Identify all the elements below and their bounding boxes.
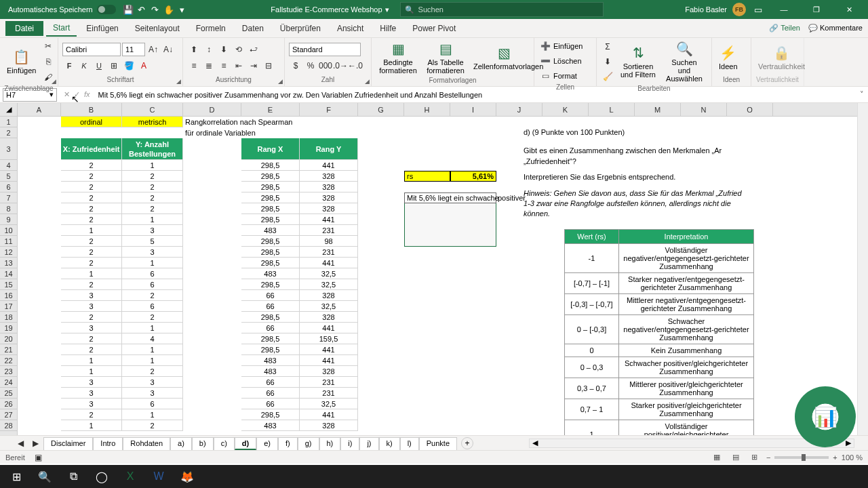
row-header[interactable]: 10 — [0, 225, 17, 236]
cell[interactable]: 328 — [300, 192, 358, 203]
cell[interactable]: 2 — [122, 312, 183, 323]
cell[interactable]: 2 — [61, 203, 122, 214]
orientation-icon[interactable]: ⟲ — [232, 43, 245, 56]
zoom-level[interactable]: 100 % — [842, 453, 863, 462]
cell[interactable]: Rang X — [241, 138, 300, 160]
sheet-tab[interactable]: Rohdaten — [123, 437, 170, 450]
cell[interactable]: 2 — [61, 247, 122, 258]
sheet-tab[interactable]: Punkte — [419, 437, 457, 450]
cell[interactable]: 2 — [122, 171, 183, 182]
ideas-button[interactable]: ⚡Ideen — [716, 43, 741, 72]
cell[interactable]: 298,5 — [241, 214, 300, 225]
undo-icon[interactable]: ↶ — [135, 3, 149, 16]
cell[interactable]: 298,5 — [241, 312, 300, 323]
cell[interactable]: 1 — [61, 268, 122, 279]
cell[interactable]: 6 — [122, 399, 183, 409]
macro-record-icon[interactable]: ▣ — [32, 451, 45, 464]
cell[interactable]: 3 — [61, 388, 122, 399]
indent-dec-icon[interactable]: ⇤ — [232, 59, 245, 73]
firefox-taskbar-icon[interactable]: 🦊 — [174, 465, 201, 488]
row-header[interactable]: 3 — [0, 138, 17, 160]
col-header[interactable]: N — [681, 103, 727, 116]
cortana-icon[interactable]: ◯ — [88, 465, 115, 488]
title-dropdown-icon[interactable]: ▾ — [385, 5, 389, 14]
percent-icon[interactable]: % — [304, 59, 317, 73]
cell[interactable]: 1 — [122, 344, 183, 355]
taskview-icon[interactable]: ⧉ — [60, 465, 87, 488]
number-format-combo[interactable]: Standard — [289, 43, 361, 56]
cell[interactable]: 1 — [61, 355, 122, 366]
cell[interactable]: 1 — [122, 323, 183, 333]
tab-review[interactable]: Überprüfen — [273, 21, 328, 36]
increase-font-icon[interactable]: A↑ — [146, 43, 160, 56]
cell[interactable]: 298,5 — [241, 333, 300, 344]
cut-icon[interactable]: ✂ — [41, 39, 55, 53]
align-left-icon[interactable]: ≡ — [187, 59, 201, 73]
row-header[interactable]: 13 — [0, 258, 17, 268]
cell[interactable]: 2 — [122, 420, 183, 431]
view-break-icon[interactable]: ⊞ — [747, 451, 762, 464]
decrease-font-icon[interactable]: A↓ — [161, 43, 175, 56]
cell[interactable]: Rang Y — [300, 138, 358, 160]
cell[interactable]: 159,5 — [300, 333, 358, 344]
cell[interactable]: 3 — [61, 301, 122, 312]
cell[interactable]: 298,5 — [241, 192, 300, 203]
cell[interactable]: 32,5 — [300, 268, 358, 279]
cell[interactable]: 441 — [300, 160, 358, 171]
maximize-button[interactable]: ❐ — [803, 0, 830, 19]
cond-format-button[interactable]: ▦Bedingte formatieren — [376, 39, 420, 76]
save-icon[interactable]: 💾 — [121, 3, 135, 16]
tab-layout[interactable]: Seitenlayout — [128, 21, 186, 36]
cell[interactable]: 2 — [61, 214, 122, 225]
sheet-tab[interactable]: l) — [400, 437, 419, 450]
cell[interactable]: 2 — [122, 290, 183, 301]
cell[interactable]: 1 — [61, 225, 122, 236]
row-header[interactable]: 5 — [0, 171, 17, 182]
word-taskbar-icon[interactable]: W — [145, 465, 172, 488]
sheet-nav-next-icon[interactable]: ▶ — [28, 436, 42, 450]
sheet-tab[interactable]: k) — [379, 437, 400, 450]
row-headers[interactable]: 1234567891011121314151617181920212223242… — [0, 117, 18, 435]
cell[interactable]: 298,5 — [241, 279, 300, 290]
clipboard-launcher-icon[interactable]: ◢ — [52, 78, 56, 85]
col-header[interactable]: L — [589, 103, 635, 116]
cell[interactable]: 328 — [300, 182, 358, 192]
cell[interactable]: 2 — [61, 312, 122, 323]
vertical-scrollbar[interactable] — [857, 103, 868, 435]
cell[interactable]: 66 — [241, 377, 300, 388]
col-header[interactable]: O — [727, 103, 773, 116]
cell[interactable]: 298,5 — [241, 247, 300, 258]
cell[interactable]: 483 — [241, 268, 300, 279]
col-header[interactable]: D — [183, 103, 241, 116]
cell[interactable]: 483 — [241, 355, 300, 366]
cell[interactable]: rs — [404, 171, 450, 182]
cell[interactable]: Mit 5,6% liegt ein schwache — [404, 192, 496, 203]
col-header[interactable]: K — [542, 103, 589, 116]
cell[interactable]: 441 — [300, 344, 358, 355]
cell[interactable]: 1 — [122, 214, 183, 225]
cell-styles-button[interactable]: ▧Zellenformatvorlagen — [471, 43, 537, 72]
cell[interactable]: 32,5 — [300, 399, 358, 409]
number-launcher-icon[interactable]: ◢ — [365, 78, 370, 85]
row-header[interactable]: 15 — [0, 279, 17, 290]
tab-data[interactable]: Daten — [235, 21, 271, 36]
cell[interactable]: 298,5 — [241, 203, 300, 214]
cell[interactable]: 2 — [61, 236, 122, 247]
search-taskbar-icon[interactable]: 🔍 — [31, 465, 58, 488]
autosum-icon[interactable]: Σ — [601, 40, 614, 54]
cell[interactable]: 298,5 — [241, 236, 300, 247]
cell[interactable]: 483 — [241, 420, 300, 431]
fx-icon[interactable]: fx — [84, 90, 90, 99]
col-header[interactable]: B — [61, 103, 122, 116]
cell[interactable]: Y: Anzahl Bestellungen — [122, 138, 183, 160]
row-header[interactable]: 27 — [0, 409, 17, 420]
cell[interactable]: 2 — [61, 279, 122, 290]
sheet-tab[interactable]: d) — [235, 437, 256, 450]
row-header[interactable]: 22 — [0, 355, 17, 366]
row-header[interactable]: 20 — [0, 333, 17, 344]
align-top-icon[interactable]: ⬆ — [187, 43, 201, 56]
cell[interactable]: 328 — [300, 290, 358, 301]
col-header[interactable]: F — [300, 103, 358, 116]
excel-taskbar-icon[interactable]: X — [117, 465, 144, 488]
cell[interactable]: 66 — [241, 388, 300, 399]
